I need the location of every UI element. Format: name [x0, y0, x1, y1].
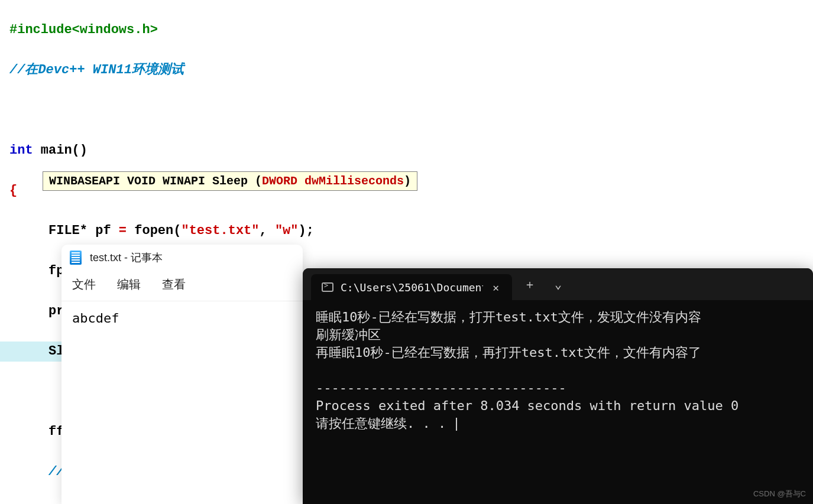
code-line: //在Devc++ WIN11环境测试 — [9, 60, 804, 80]
notepad-window[interactable]: test.txt - 记事本 文件 编辑 查看 abcdef — [61, 245, 303, 504]
terminal-line: -------------------------------- — [316, 379, 800, 397]
terminal-icon — [322, 282, 333, 292]
terminal-line: Process exited after 8.034 seconds with … — [316, 397, 800, 415]
cursor-icon — [456, 418, 457, 431]
terminal-line: 刷新缓冲区 — [316, 326, 800, 344]
notepad-titlebar[interactable]: test.txt - 记事本 — [61, 245, 303, 269]
notepad-menu-view[interactable]: 查看 — [162, 277, 186, 292]
code-line: FILE* pf = fopen("test.txt", "w"); — [9, 221, 804, 241]
notepad-content[interactable]: abcdef — [61, 301, 303, 335]
terminal-prompt: 请按任意键继续. . . — [316, 416, 454, 431]
code-line: int main() — [9, 141, 804, 161]
notepad-menu-file[interactable]: 文件 — [72, 277, 96, 292]
terminal-tab-title: C:\Users\25061\Documents\te — [341, 281, 483, 294]
terminal-output[interactable]: 睡眠10秒-已经在写数据，打开test.txt文件，发现文件没有内容刷新缓冲区再… — [303, 300, 813, 441]
terminal-titlebar[interactable]: C:\Users\25061\Documents\te ✕ ＋ ⌄ — [303, 268, 813, 300]
parameter-hint-tooltip: WINBASEAPI VOID WINAPI Sleep (DWORD dwMi… — [43, 171, 417, 191]
terminal-line: 再睡眠10秒-已经在写数据，再打开test.txt文件，文件有内容了 — [316, 344, 800, 362]
close-icon[interactable]: ✕ — [490, 281, 501, 294]
notepad-title: test.txt - 记事本 — [90, 251, 163, 265]
notepad-menu-edit[interactable]: 编辑 — [117, 277, 141, 292]
tab-dropdown-button[interactable]: ⌄ — [545, 271, 571, 297]
chevron-down-icon: ⌄ — [555, 277, 562, 291]
new-tab-button[interactable]: ＋ — [517, 271, 543, 297]
terminal-window[interactable]: C:\Users\25061\Documents\te ✕ ＋ ⌄ 睡眠10秒-… — [303, 268, 813, 504]
terminal-tab[interactable]: C:\Users\25061\Documents\te ✕ — [311, 274, 512, 300]
code-line: #include<windows.h> — [9, 20, 804, 40]
notepad-icon — [70, 251, 82, 265]
code-line — [9, 100, 804, 121]
notepad-menubar: 文件 编辑 查看 — [61, 269, 303, 301]
watermark: CSDN @吾与C — [753, 489, 806, 499]
terminal-line: 睡眠10秒-已经在写数据，打开test.txt文件，发现文件没有内容 — [316, 308, 800, 326]
